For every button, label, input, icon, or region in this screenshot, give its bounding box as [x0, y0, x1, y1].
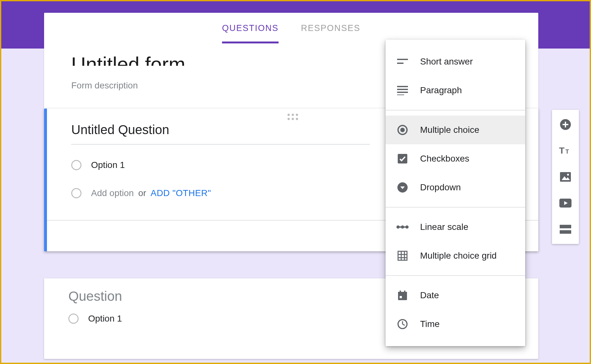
- svg-text:T: T: [565, 148, 569, 155]
- menu-label: Multiple choice: [420, 125, 479, 135]
- svg-point-14: [405, 225, 409, 229]
- menu-label: Paragraph: [420, 85, 462, 95]
- add-image-icon[interactable]: [559, 171, 572, 183]
- tab-questions[interactable]: QUESTIONS: [222, 13, 279, 43]
- checkbox-checked-icon: [396, 153, 409, 165]
- svg-point-8: [400, 128, 405, 132]
- menu-divider: [386, 207, 525, 208]
- add-question-icon[interactable]: [559, 118, 572, 131]
- svg-rect-21: [398, 292, 407, 294]
- svg-rect-22: [400, 291, 401, 293]
- add-option-button[interactable]: Add option: [91, 188, 134, 198]
- menu-label: Short answer: [420, 57, 473, 67]
- add-title-icon[interactable]: TT: [559, 144, 572, 157]
- question-title: Question: [68, 289, 367, 307]
- menu-item-paragraph[interactable]: Paragraph: [386, 76, 525, 105]
- menu-item-dropdown[interactable]: Dropdown: [386, 173, 525, 202]
- menu-label: Linear scale: [420, 222, 468, 232]
- floating-toolbar: TT: [552, 110, 579, 244]
- linear-scale-icon: [396, 221, 409, 233]
- option-text-input[interactable]: Option 1: [91, 160, 125, 170]
- option-label: Option 1: [88, 314, 122, 324]
- add-video-icon[interactable]: [559, 197, 572, 209]
- svg-text:T: T: [559, 146, 564, 155]
- short-answer-icon: [396, 56, 409, 68]
- svg-rect-23: [404, 291, 405, 293]
- tab-responses[interactable]: RESPONSES: [301, 13, 360, 43]
- menu-item-short-answer[interactable]: Short answer: [386, 47, 525, 76]
- grid-icon: [396, 250, 409, 262]
- radio-icon: [71, 160, 81, 170]
- menu-label: Checkboxes: [420, 154, 469, 164]
- menu-item-mc-grid[interactable]: Multiple choice grid: [386, 241, 525, 270]
- menu-item-date[interactable]: Date: [386, 281, 525, 310]
- svg-point-12: [396, 225, 400, 229]
- tabs-bar: QUESTIONS RESPONSES: [44, 13, 538, 43]
- add-other-button[interactable]: ADD "OTHER": [150, 188, 211, 198]
- menu-label: Date: [420, 290, 439, 300]
- radio-icon: [68, 314, 79, 324]
- svg-rect-38: [560, 225, 571, 228]
- svg-point-13: [401, 225, 404, 229]
- menu-label: Time: [420, 319, 440, 329]
- svg-point-35: [567, 174, 569, 176]
- dropdown-icon: [396, 181, 409, 193]
- radio-icon: [71, 188, 81, 198]
- question-type-menu: Short answer Paragraph Multiple choice: [386, 40, 525, 346]
- svg-rect-39: [560, 230, 571, 234]
- or-separator: or: [138, 188, 146, 198]
- calendar-icon: [396, 289, 409, 301]
- paragraph-icon: [396, 84, 409, 96]
- menu-divider: [386, 275, 525, 276]
- radio-checked-icon: [396, 124, 409, 136]
- menu-label: Multiple choice grid: [420, 251, 497, 261]
- svg-rect-24: [400, 296, 402, 298]
- menu-label: Dropdown: [420, 182, 461, 193]
- menu-item-time[interactable]: Time: [386, 310, 525, 338]
- menu-item-linear-scale[interactable]: Linear scale: [386, 213, 525, 241]
- add-section-icon[interactable]: [559, 223, 572, 236]
- clock-icon: [396, 318, 409, 330]
- svg-rect-33: [560, 172, 571, 182]
- svg-rect-15: [398, 251, 407, 260]
- question-title-input[interactable]: Untitled Question: [71, 123, 370, 145]
- menu-item-checkboxes[interactable]: Checkboxes: [386, 144, 525, 173]
- menu-item-multiple-choice[interactable]: Multiple choice: [386, 116, 525, 144]
- svg-line-27: [403, 324, 405, 325]
- menu-divider: [386, 110, 525, 110]
- drag-handle-icon[interactable]: [286, 109, 300, 120]
